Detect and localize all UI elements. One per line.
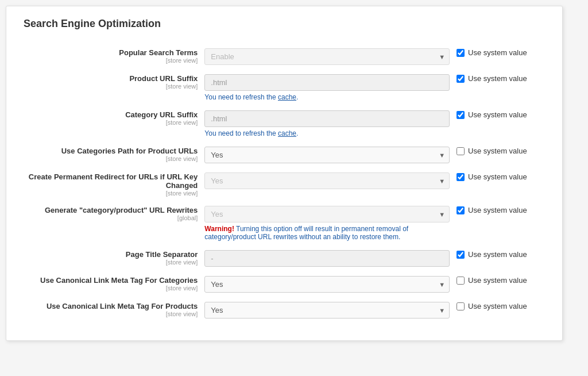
field-label-create-permanent-redirect: Create Permanent Redirect for URLs if UR… bbox=[27, 172, 198, 190]
cache-link-product-url-suffix[interactable]: cache bbox=[278, 93, 296, 101]
select-canonical-link-categories[interactable]: YesNo bbox=[204, 276, 450, 293]
system-value-label-create-permanent-redirect[interactable]: Use system value bbox=[457, 172, 541, 181]
select-wrapper-use-categories-path: YesNo ▼ bbox=[204, 147, 450, 163]
system-value-label-page-title-separator[interactable]: Use system value bbox=[457, 250, 541, 259]
field-label-product-url-suffix: Product URL Suffix bbox=[27, 74, 198, 83]
table-row: Popular Search Terms [store view] Enable… bbox=[24, 44, 545, 70]
input-product-url-suffix bbox=[204, 74, 450, 91]
system-value-checkbox-canonical-link-products[interactable] bbox=[457, 302, 465, 310]
system-value-checkbox-category-url-suffix[interactable] bbox=[457, 111, 465, 119]
select-generate-url-rewrites: YesNo bbox=[204, 206, 450, 222]
table-row: Generate "category/product" URL Rewrites… bbox=[24, 201, 545, 245]
table-row: Product URL Suffix [store view] You need… bbox=[24, 70, 545, 106]
select-wrapper-popular-search-terms: EnableDisable ▼ bbox=[204, 48, 450, 65]
system-value-label-popular-search-terms[interactable]: Use system value bbox=[457, 48, 541, 57]
select-create-permanent-redirect: YesNo bbox=[204, 172, 450, 189]
select-use-categories-path[interactable]: YesNo bbox=[204, 147, 450, 163]
system-value-checkbox-generate-url-rewrites[interactable] bbox=[457, 206, 465, 214]
system-value-text: Use system value bbox=[468, 302, 527, 310]
seo-panel: Search Engine Optimization Popular Searc… bbox=[6, 6, 563, 341]
field-label-canonical-link-products: Use Canonical Link Meta Tag For Products bbox=[27, 302, 198, 310]
page-title: Search Engine Optimization bbox=[24, 18, 545, 30]
system-value-text: Use system value bbox=[468, 276, 527, 285]
field-scope-canonical-link-products: [store view] bbox=[27, 310, 198, 317]
system-value-checkbox-page-title-separator[interactable] bbox=[457, 251, 465, 259]
system-value-text: Use system value bbox=[468, 206, 527, 214]
select-canonical-link-products[interactable]: YesNo bbox=[204, 302, 450, 319]
field-scope-product-url-suffix: [store view] bbox=[27, 83, 198, 90]
field-scope-create-permanent-redirect: [store view] bbox=[27, 190, 198, 197]
system-value-label-use-categories-path[interactable]: Use system value bbox=[457, 147, 541, 155]
system-value-label-category-url-suffix[interactable]: Use system value bbox=[457, 110, 541, 119]
system-value-text: Use system value bbox=[468, 250, 527, 259]
select-wrapper-generate-url-rewrites: YesNo ▼ bbox=[204, 206, 450, 222]
system-value-checkbox-create-permanent-redirect[interactable] bbox=[457, 173, 465, 181]
field-label-canonical-link-categories: Use Canonical Link Meta Tag For Categori… bbox=[27, 276, 198, 285]
warning-text-generate-url-rewrites: Turning this option off will result in p… bbox=[204, 225, 408, 241]
field-label-category-url-suffix: Category URL Suffix bbox=[27, 110, 198, 119]
table-row: Use Categories Path for Product URLs [st… bbox=[24, 142, 545, 168]
select-popular-search-terms: EnableDisable bbox=[204, 48, 450, 65]
field-label-generate-url-rewrites: Generate "category/product" URL Rewrites bbox=[27, 206, 198, 214]
system-value-text: Use system value bbox=[468, 74, 527, 83]
warning-bold-generate-url-rewrites: Warning! bbox=[204, 225, 234, 233]
system-value-label-canonical-link-categories[interactable]: Use system value bbox=[457, 276, 541, 285]
warning-note-generate-url-rewrites: Warning! Turning this option off will re… bbox=[204, 225, 450, 241]
system-value-label-product-url-suffix[interactable]: Use system value bbox=[457, 74, 541, 83]
system-value-text: Use system value bbox=[468, 172, 527, 181]
table-row: Page Title Separator [store view] Use sy… bbox=[24, 245, 545, 271]
settings-table: Popular Search Terms [store view] Enable… bbox=[24, 44, 545, 323]
field-scope-popular-search-terms: [store view] bbox=[27, 57, 198, 64]
system-value-checkbox-product-url-suffix[interactable] bbox=[457, 75, 465, 83]
field-label-page-title-separator: Page Title Separator bbox=[27, 250, 198, 259]
system-value-checkbox-popular-search-terms[interactable] bbox=[457, 49, 465, 57]
input-category-url-suffix bbox=[204, 110, 450, 127]
field-scope-canonical-link-categories: [store view] bbox=[27, 285, 198, 291]
system-value-text: Use system value bbox=[468, 48, 527, 57]
input-page-title-separator bbox=[204, 250, 450, 267]
refresh-note-category-url-suffix: You need to refresh the cache. bbox=[204, 129, 450, 137]
cache-link-category-url-suffix[interactable]: cache bbox=[278, 129, 296, 137]
select-wrapper-canonical-link-categories: YesNo ▼ bbox=[204, 276, 450, 293]
system-value-text: Use system value bbox=[468, 147, 527, 155]
select-wrapper-canonical-link-products: YesNo ▼ bbox=[204, 302, 450, 319]
field-scope-generate-url-rewrites: [global] bbox=[27, 214, 198, 221]
table-row: Category URL Suffix [store view] You nee… bbox=[24, 106, 545, 142]
field-scope-category-url-suffix: [store view] bbox=[27, 119, 198, 126]
field-label-popular-search-terms: Popular Search Terms bbox=[27, 48, 198, 57]
refresh-note-product-url-suffix: You need to refresh the cache. bbox=[204, 93, 450, 101]
table-row: Use Canonical Link Meta Tag For Products… bbox=[24, 297, 545, 323]
table-row: Use Canonical Link Meta Tag For Categori… bbox=[24, 271, 545, 297]
select-wrapper-create-permanent-redirect: YesNo ▼ bbox=[204, 172, 450, 189]
field-label-use-categories-path: Use Categories Path for Product URLs bbox=[27, 147, 198, 155]
field-scope-use-categories-path: [store view] bbox=[27, 155, 198, 162]
system-value-label-canonical-link-products[interactable]: Use system value bbox=[457, 302, 541, 310]
system-value-checkbox-canonical-link-categories[interactable] bbox=[457, 277, 465, 285]
system-value-checkbox-use-categories-path[interactable] bbox=[457, 147, 465, 155]
field-scope-page-title-separator: [store view] bbox=[27, 259, 198, 266]
system-value-label-generate-url-rewrites[interactable]: Use system value bbox=[457, 206, 541, 214]
table-row: Create Permanent Redirect for URLs if UR… bbox=[24, 168, 545, 201]
system-value-text: Use system value bbox=[468, 110, 527, 119]
